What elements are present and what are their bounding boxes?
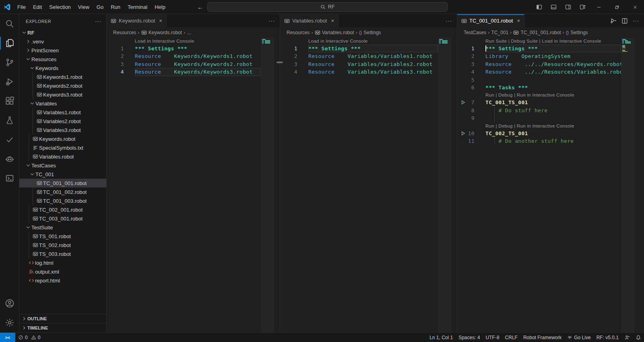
status-go-live[interactable]: Go Live — [564, 333, 593, 342]
tree-item-tc-003-001-robot[interactable]: TC_003_001.robot — [19, 214, 106, 223]
toggle-sidebar-icon[interactable] — [532, 0, 546, 14]
tree-item-output-xml[interactable]: output.xml — [19, 267, 106, 276]
close-tab-icon[interactable]: × — [331, 18, 334, 24]
codelens[interactable]: Run | Debug | Run in Interactive Console — [457, 91, 621, 99]
tab-keywords-robot[interactable]: Keywords.robot× — [107, 14, 167, 27]
tree-item-variables[interactable]: Variables — [19, 99, 106, 108]
menu-selection[interactable]: Selection — [45, 0, 74, 14]
more-actions-icon[interactable]: ··· — [444, 17, 454, 25]
tree-item-ts-003-robot[interactable]: TS_003.robot — [19, 249, 106, 258]
codelens[interactable]: Load in Interactive Console — [280, 37, 438, 45]
breadcrumb-segment[interactable]: TC_001_001.robot — [513, 30, 561, 35]
activity-files-icon[interactable] — [0, 33, 19, 53]
breadcrumb-segment[interactable]: TC_001 — [491, 30, 508, 35]
breadcrumb-segment[interactable]: {}Settings — [566, 30, 588, 35]
tree-item-tc-001-002-robot[interactable]: TC_001_002.robot — [19, 187, 106, 196]
breadcrumb-segment[interactable]: {}Settings — [359, 30, 381, 35]
split-editor-icon[interactable] — [620, 17, 630, 25]
minimap[interactable] — [438, 37, 451, 332]
tree-item-ts-002-robot[interactable]: TS_002.robot — [19, 241, 106, 249]
tree-item-testcases[interactable]: TestCases — [19, 161, 106, 170]
activity-settings-gear-icon[interactable] — [0, 313, 19, 332]
explorer-more-actions-icon[interactable]: ··· — [95, 18, 101, 24]
more-actions-icon[interactable]: ··· — [631, 17, 641, 25]
problems-status[interactable]: 0 0 — [15, 333, 43, 342]
activity-account-icon[interactable] — [0, 294, 19, 313]
status-ln-1-col-1[interactable]: Ln 1, Col 1 — [427, 333, 456, 342]
codelens[interactable]: Run | Debug | Run in Interactive Console — [457, 122, 621, 130]
activity-run-debug-icon[interactable] — [0, 72, 19, 91]
tree-item--venv[interactable]: .venv — [19, 37, 106, 46]
command-center-search[interactable]: RF — [207, 2, 448, 12]
tree-item-keywords2-robot[interactable]: Keywords2.robot — [19, 81, 106, 90]
breadcrumb-segment[interactable]: Variables.robot — [315, 30, 354, 35]
tree-item-tc-001-003-robot[interactable]: TC_001_003.robot — [19, 196, 106, 205]
breadcrumb-segment[interactable]: TestCases — [464, 30, 486, 35]
tree-item-keywords1-robot[interactable]: Keywords1.robot — [19, 72, 106, 81]
menu-run[interactable]: Run — [107, 0, 124, 14]
run-task-play-icon[interactable] — [460, 131, 466, 136]
codelens[interactable]: Load in Interactive Console — [107, 37, 261, 45]
menu-help[interactable]: Help — [151, 0, 169, 14]
nav-back-icon[interactable]: ← — [197, 4, 203, 10]
activity-checkmark-icon[interactable] — [0, 130, 19, 149]
status-rf-v5-0-1[interactable]: RF: v5.0.1 — [594, 333, 621, 342]
code-editor[interactable]: Load in Interactive Console1*** Settings… — [107, 37, 280, 332]
minimap[interactable] — [621, 37, 634, 332]
activity-robot-icon[interactable] — [0, 149, 19, 169]
tree-item-report-html[interactable]: report.html — [19, 276, 106, 285]
tree-item-resources[interactable]: Resources — [19, 55, 106, 64]
close-tab-icon[interactable]: × — [159, 18, 162, 24]
tree-item-tc-001-001-robot[interactable]: TC_001_001.robot — [19, 179, 106, 187]
tree-item-testsuite[interactable]: TestSuite — [19, 223, 106, 232]
tree-item-printscreen[interactable]: PrintScreen — [19, 46, 106, 55]
toggle-secondary-sidebar-icon[interactable] — [561, 0, 575, 14]
activity-extensions-icon[interactable] — [0, 91, 19, 111]
tab-tc-001-001-robot[interactable]: TC_001_001.robot× — [457, 14, 524, 27]
menu-file[interactable]: File — [14, 0, 29, 14]
breadcrumb-segment[interactable]: ... — [187, 30, 191, 35]
tab-variables-robot[interactable]: Variables.robot× — [280, 14, 339, 27]
minimize-icon[interactable] — [590, 0, 608, 14]
breadcrumb-segment[interactable]: Resources — [113, 30, 136, 35]
status-utf-8[interactable]: UTF-8 — [483, 333, 502, 342]
tree-item-rf[interactable]: RF — [19, 28, 106, 37]
status-feedback-person-icon[interactable] — [621, 333, 633, 342]
menu-go[interactable]: Go — [93, 0, 107, 14]
tree-item-variables1-robot[interactable]: Variables1.robot — [19, 108, 106, 117]
restore-icon[interactable] — [608, 0, 626, 14]
run-or-debug-icon[interactable] — [609, 17, 618, 25]
breadcrumb-segment[interactable]: Keywords.robot — [141, 30, 182, 35]
status-spaces-4[interactable]: Spaces: 4 — [456, 333, 483, 342]
tree-item-keywords[interactable]: Keywords — [19, 64, 106, 72]
tree-item-variables-robot[interactable]: Variables.robot — [19, 152, 106, 161]
tree-item-ts-001-robot[interactable]: TS_001.robot — [19, 232, 106, 241]
scrollbar-rail[interactable] — [621, 37, 644, 332]
tree-item-log-html[interactable]: log.html — [19, 258, 106, 267]
tree-item-keywords-robot[interactable]: Keywords.robot — [19, 134, 106, 143]
menu-edit[interactable]: Edit — [29, 0, 45, 14]
code-editor[interactable]: Run Suite | Debug Suite | Load in Intera… — [457, 37, 644, 332]
toggle-panel-icon[interactable] — [546, 0, 561, 14]
close-tab-icon[interactable]: × — [517, 18, 520, 24]
close-window-icon[interactable] — [626, 0, 644, 14]
menu-terminal[interactable]: Terminal — [124, 0, 151, 14]
codelens[interactable]: Run Suite | Debug Suite | Load in Intera… — [457, 37, 621, 45]
activity-source-control-icon[interactable] — [0, 53, 19, 72]
tree-item-variables2-robot[interactable]: Variables2.robot — [19, 117, 106, 126]
status-crlf[interactable]: CRLF — [502, 333, 520, 342]
run-task-play-icon[interactable] — [460, 100, 466, 105]
more-actions-icon[interactable]: ··· — [267, 17, 277, 25]
tree-item-tc-002-001-robot[interactable]: TC_002_001.robot — [19, 205, 106, 214]
menu-view[interactable]: View — [74, 0, 93, 14]
remote-indicator[interactable]: >< — [0, 333, 15, 342]
section-outline[interactable]: OUTLINE — [19, 314, 106, 323]
tree-item-variables3-robot[interactable]: Variables3.robot — [19, 126, 106, 134]
activity-testing-icon[interactable] — [0, 111, 19, 130]
scrollbar-rail[interactable] — [438, 37, 457, 332]
customize-layout-icon[interactable] — [575, 0, 590, 14]
code-editor[interactable]: Load in Interactive Console1*** Settings… — [280, 37, 457, 332]
tree-item-tc-001[interactable]: TC_001 — [19, 170, 106, 179]
minimap[interactable] — [261, 37, 274, 332]
activity-interactive-console-icon[interactable] — [0, 169, 19, 188]
